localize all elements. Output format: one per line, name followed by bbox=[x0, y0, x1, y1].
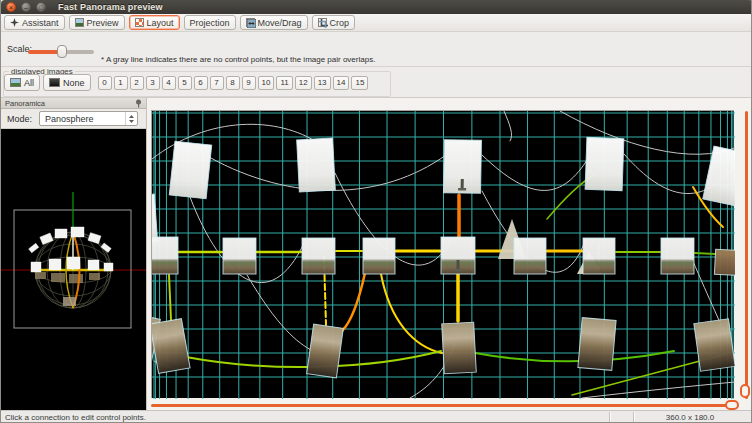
image-toggle-12[interactable]: 12 bbox=[295, 76, 312, 90]
tab-label: Crop bbox=[330, 18, 350, 28]
tab-label: Move/Drag bbox=[258, 18, 302, 28]
tab-assistant[interactable]: Assistant bbox=[4, 15, 65, 30]
image-toggle-0[interactable]: 0 bbox=[98, 76, 112, 90]
image-toggle-8[interactable]: 8 bbox=[226, 76, 240, 90]
layout-icon bbox=[135, 18, 144, 27]
panorama-image[interactable] bbox=[578, 318, 616, 371]
tab-label: Projection bbox=[190, 18, 230, 28]
minimize-button[interactable]: – bbox=[21, 2, 31, 12]
toolbar: AssistantPreviewLayoutProjectionMove/Dra… bbox=[1, 14, 752, 32]
panorama-image[interactable] bbox=[714, 249, 735, 275]
layout-canvas-svg[interactable] bbox=[152, 111, 735, 399]
all-images-icon bbox=[10, 78, 21, 87]
image-toggle-1[interactable]: 1 bbox=[114, 76, 128, 90]
pin-icon[interactable] bbox=[135, 99, 142, 108]
panosphere-svg bbox=[1, 129, 146, 410]
panorama-image[interactable] bbox=[169, 141, 211, 199]
image-toggle-7[interactable]: 7 bbox=[210, 76, 224, 90]
tab-label: Layout bbox=[147, 18, 174, 28]
tab-label: Preview bbox=[87, 18, 119, 28]
panorama-image[interactable] bbox=[307, 324, 344, 378]
none-images-label: None bbox=[63, 78, 85, 88]
panorama-image[interactable] bbox=[302, 238, 335, 274]
tab-label: Assistant bbox=[22, 18, 59, 28]
mode-select[interactable]: Panosphere bbox=[39, 111, 138, 126]
panorama-image[interactable] bbox=[703, 146, 735, 206]
horizontal-scrollbar-knob[interactable] bbox=[725, 400, 739, 410]
image-toggle-3[interactable]: 3 bbox=[146, 76, 160, 90]
tab-projection[interactable]: Projection bbox=[184, 15, 236, 30]
vertical-scrollbar-knob[interactable] bbox=[740, 384, 750, 398]
image-toggle-buttons: All None 0123456789101112131415 bbox=[4, 74, 368, 91]
tab-crop[interactable]: Crop bbox=[312, 15, 356, 30]
image-number-buttons: 0123456789101112131415 bbox=[98, 76, 369, 90]
image-toggle-9[interactable]: 9 bbox=[242, 76, 256, 90]
panorama-image[interactable] bbox=[297, 138, 336, 192]
layout-canvas[interactable] bbox=[151, 110, 734, 398]
panorama-image[interactable] bbox=[583, 238, 615, 274]
tab-layout[interactable]: Layout bbox=[129, 15, 180, 30]
image-toggle-5[interactable]: 5 bbox=[178, 76, 192, 90]
spinner-arrows-icon[interactable] bbox=[125, 112, 137, 125]
panorama-image[interactable] bbox=[514, 238, 546, 274]
status-message: Click a connection to edit control point… bbox=[5, 413, 146, 422]
maximize-button[interactable]: □ bbox=[36, 2, 46, 12]
tab-move-drag[interactable]: Move/Drag bbox=[240, 15, 308, 30]
panorama-image[interactable] bbox=[223, 238, 256, 274]
scale-slider[interactable] bbox=[28, 50, 94, 54]
image-toggle-10[interactable]: 10 bbox=[258, 76, 275, 90]
none-images-icon bbox=[49, 78, 60, 87]
fast-panorama-preview-window: × – □ Fast Panorama preview AssistantPre… bbox=[0, 0, 752, 423]
panorama-image[interactable] bbox=[585, 137, 624, 190]
assistant-icon bbox=[10, 18, 19, 27]
panorama-image[interactable] bbox=[444, 140, 482, 194]
movedrag-icon bbox=[246, 18, 255, 27]
panorama-image[interactable] bbox=[441, 237, 475, 274]
panorama-image[interactable] bbox=[694, 319, 735, 371]
panorama-image[interactable] bbox=[442, 322, 477, 374]
layout-canvas-area bbox=[147, 98, 752, 410]
image-toggle-13[interactable]: 13 bbox=[314, 76, 331, 90]
panorama-images[interactable] bbox=[152, 137, 735, 377]
overview-panel: Panoramica Mode: Panosphere bbox=[1, 98, 147, 410]
none-images-button[interactable]: None bbox=[43, 74, 91, 91]
image-toggle-11[interactable]: 11 bbox=[276, 76, 292, 90]
panorama-image[interactable] bbox=[152, 319, 190, 374]
all-images-label: All bbox=[24, 78, 34, 88]
crop-icon bbox=[318, 18, 327, 27]
overview-panel-header: Panoramica bbox=[1, 98, 146, 109]
vertical-scrollbar[interactable] bbox=[745, 111, 748, 399]
tab-preview[interactable]: Preview bbox=[69, 15, 125, 30]
mode-value: Panosphere bbox=[45, 114, 125, 124]
window-title: Fast Panorama preview bbox=[58, 2, 163, 12]
panorama-image[interactable] bbox=[152, 237, 178, 274]
panosphere-preview[interactable] bbox=[1, 129, 146, 410]
all-images-button[interactable]: All bbox=[4, 74, 40, 91]
panorama-size-field: 360.0 x 180.0 bbox=[634, 413, 746, 422]
image-toggle-2[interactable]: 2 bbox=[130, 76, 144, 90]
scale-panel: Scale: * A gray line indicates there are… bbox=[1, 32, 752, 67]
overview-panel-title: Panoramica bbox=[5, 99, 45, 108]
preview-icon bbox=[75, 18, 84, 27]
image-toggle-4[interactable]: 4 bbox=[162, 76, 176, 90]
statusbar: Click a connection to edit control point… bbox=[1, 410, 752, 423]
status-separator bbox=[609, 412, 610, 423]
close-button[interactable]: × bbox=[6, 2, 16, 12]
mode-label: Mode: bbox=[7, 114, 32, 124]
help-line-1: * A gray line indicates there are no con… bbox=[101, 55, 375, 65]
mode-row: Mode: Panosphere bbox=[1, 109, 146, 129]
panorama-image[interactable] bbox=[363, 238, 395, 274]
panorama-image[interactable] bbox=[152, 194, 158, 244]
panorama-image[interactable] bbox=[661, 238, 694, 274]
image-toggle-14[interactable]: 14 bbox=[333, 76, 350, 90]
scale-slider-handle[interactable] bbox=[57, 45, 67, 58]
horizontal-scrollbar[interactable] bbox=[151, 404, 734, 407]
image-toggle-6[interactable]: 6 bbox=[194, 76, 208, 90]
titlebar: × – □ Fast Panorama preview bbox=[1, 0, 752, 14]
image-toggle-15[interactable]: 15 bbox=[351, 76, 368, 90]
